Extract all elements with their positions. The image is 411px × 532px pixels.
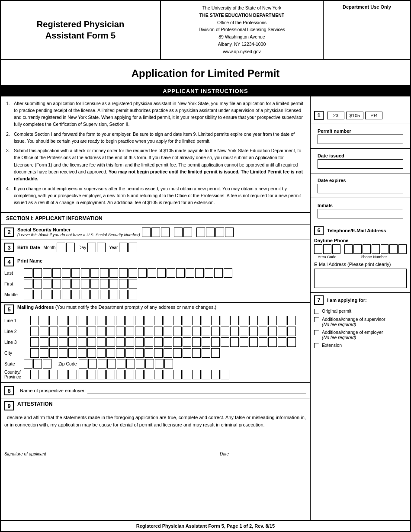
item5-section: 5 Mailing Address (You must notify the D…	[1, 303, 310, 383]
checkbox-employer-box[interactable]	[314, 330, 319, 335]
month-label: Month	[44, 245, 56, 250]
dept-line1: The University of the State of New York	[165, 4, 318, 12]
month-boxes[interactable]	[57, 243, 75, 252]
addr-line3-row: Line 3	[4, 337, 306, 347]
city-boxes[interactable]	[30, 348, 220, 358]
item4-section: 4 Print Name Last First Middle	[1, 255, 310, 303]
day-box-2[interactable]	[97, 243, 106, 252]
ssn-box-8[interactable]	[215, 228, 224, 237]
country-label: Country/ Province	[4, 370, 30, 379]
date-field: Date	[220, 442, 306, 456]
last-box-1[interactable]	[24, 268, 32, 278]
ssn-box-9[interactable]	[225, 228, 234, 237]
ssn-box-7[interactable]	[206, 228, 215, 237]
item3-number: 3	[4, 243, 14, 252]
addr-city-row: City	[4, 348, 306, 358]
zip-boxes[interactable]	[79, 359, 173, 369]
day-box-1[interactable]	[87, 243, 96, 252]
date-issued-field[interactable]	[318, 159, 403, 169]
checkbox-supervisor: Additional/change of supervisor(No fee r…	[314, 317, 407, 327]
state-zip-row: State Zip Code	[4, 359, 306, 369]
right-section: 1 23 $105 PR Permit number Date issued	[311, 96, 410, 520]
section-i-header: SECTION I: APPLICANT INFORMATION	[1, 212, 310, 224]
phone-email-label: Telephone/E-Mail Address	[327, 228, 386, 233]
header-left: Registered Physician Assistant Form 5	[1, 1, 161, 59]
month-box-2[interactable]	[66, 243, 75, 252]
item2-label-group: Social Security Number (Leave this blank…	[17, 227, 140, 237]
birth-year-field: Year	[109, 243, 137, 252]
item6-header: 6 Telephone/E-Mail Address	[314, 226, 407, 235]
fee-row: 23 $105 PR	[327, 112, 382, 119]
addr-line3-boxes[interactable]	[30, 337, 296, 347]
item7-header: 7 I am applying for:	[314, 295, 407, 305]
ssn-box-6[interactable]	[196, 228, 205, 237]
ssn-box-4[interactable]	[174, 228, 183, 237]
fee-num: 23	[327, 112, 344, 119]
month-box-1[interactable]	[57, 243, 65, 252]
first-label: First	[4, 281, 24, 286]
signature-row: Signature of applicant Date	[4, 442, 306, 456]
ssn-label: Social Security Number	[17, 227, 138, 232]
attestation-text: I declare and affirm that the statements…	[4, 414, 306, 429]
ssn-box-3[interactable]	[161, 228, 170, 237]
ssn-box-1[interactable]	[142, 228, 151, 237]
main-body: 1. After submitting an application for l…	[1, 96, 410, 520]
addr-line1-boxes[interactable]	[30, 316, 296, 325]
item8-row: 8 Name of prospective employer:	[1, 383, 310, 398]
fee-code: PR	[365, 112, 382, 119]
addr-line1-label: Line 1	[4, 318, 30, 323]
date-expires-label: Date expires	[314, 175, 407, 184]
ssn-box-5[interactable]	[183, 228, 192, 237]
year-box-1[interactable]	[119, 243, 128, 252]
checkbox-extension-label: Extension	[322, 343, 342, 348]
checkbox-original-box[interactable]	[314, 309, 319, 314]
email-field[interactable]	[314, 269, 407, 288]
middle-label: Middle	[4, 292, 24, 297]
state-boxes[interactable]	[24, 359, 51, 369]
date-expires-section: Date expires	[311, 173, 410, 198]
addr-line2-boxes[interactable]	[30, 327, 296, 336]
permit-number-field[interactable]	[318, 135, 403, 144]
permit-number-section: Permit number	[311, 124, 410, 149]
instructions-bar: APPLICANT INSTRUCTIONS	[1, 86, 410, 96]
phone-boxes[interactable]	[314, 244, 407, 254]
ssn-box-2[interactable]	[151, 228, 160, 237]
right-dept-spacer	[311, 96, 410, 107]
date-issued-section: Date issued	[311, 149, 410, 173]
mailing-title: Mailing Address (You must notify the Dep…	[17, 304, 216, 310]
initials-section: Initials	[311, 198, 410, 223]
date-line[interactable]	[220, 442, 306, 450]
date-expires-field[interactable]	[318, 184, 403, 193]
item1-fee-row: 1 23 $105 PR	[311, 107, 410, 124]
item3-row: 3 Birth Date Month Day	[1, 240, 310, 255]
date-issued-label: Date issued	[314, 151, 407, 159]
ssn-boxes[interactable]	[142, 228, 234, 237]
day-boxes[interactable]	[87, 243, 106, 252]
state-label: State	[4, 361, 24, 366]
year-boxes[interactable]	[119, 243, 137, 252]
dept-line7: www.op.nysed.gov	[165, 48, 318, 55]
initials-field[interactable]	[318, 209, 403, 218]
checkbox-employer-label: Additional/change of employer(No fee req…	[322, 330, 383, 340]
middle-name-boxes[interactable]	[24, 290, 137, 299]
instruction-4: 4. If you change or add employers or sup…	[6, 185, 305, 206]
item7-number: 7	[314, 295, 324, 305]
dept-line5: 89 Washington Avenue	[165, 33, 318, 41]
permit-number-label: Permit number	[314, 126, 407, 135]
checkbox-extension-box[interactable]	[314, 343, 319, 348]
last-name-boxes[interactable]	[24, 268, 232, 278]
item9-header: 9 ATTESTATION	[4, 401, 306, 410]
left-section: 1. After submitting an application for l…	[1, 96, 311, 520]
country-boxes[interactable]	[30, 370, 229, 379]
birth-month-field: Month	[44, 243, 75, 252]
first-name-boxes[interactable]	[24, 279, 137, 288]
signature-line[interactable]	[4, 442, 151, 450]
checkbox-original: Original permit	[314, 308, 407, 314]
checkbox-supervisor-box[interactable]	[314, 317, 319, 322]
instruction-1: 1. After submitting an application for l…	[6, 100, 305, 128]
employer-field[interactable]	[87, 387, 306, 394]
checkbox-employer: Additional/change of employer(No fee req…	[314, 330, 407, 340]
year-box-2[interactable]	[128, 243, 137, 252]
item4-header: 4 Print Name	[4, 257, 306, 266]
item6-number: 6	[314, 226, 324, 235]
